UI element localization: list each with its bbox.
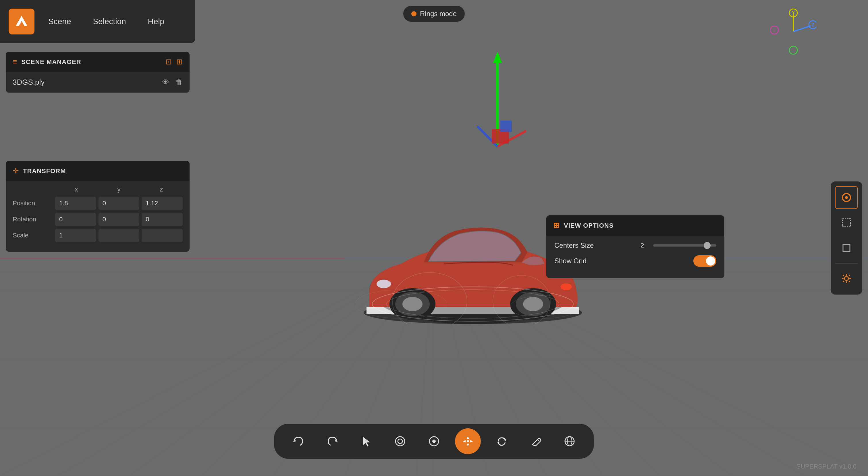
transform-col-y: y: [99, 186, 139, 193]
svg-rect-31: [500, 121, 512, 132]
scene-file-item: 3DGS.ply 👁 🗑: [6, 72, 190, 93]
transform-body: x y z Position Rotation Scale: [6, 181, 190, 252]
show-grid-toggle[interactable]: [693, 255, 716, 267]
scene-delete-button[interactable]: 🗑: [175, 78, 183, 87]
move-tool-button[interactable]: [455, 429, 481, 454]
undo-button[interactable]: [285, 429, 311, 454]
centers-size-slider[interactable]: [653, 244, 716, 247]
transform-position-y[interactable]: [98, 197, 140, 210]
scene-visibility-button[interactable]: 👁: [162, 78, 169, 87]
transform-header: ✛ TRANSFORM: [6, 161, 190, 181]
scene-file-name: 3DGS.ply: [13, 78, 44, 87]
scene-manager-actions: ⊡ ⊞: [165, 57, 183, 66]
logo-button[interactable]: [9, 9, 34, 34]
transform-scale-label: Scale: [13, 232, 53, 239]
ring-tool-button[interactable]: [387, 429, 413, 454]
svg-point-62: [844, 277, 848, 281]
centers-size-row: Centers Size 2: [554, 242, 716, 250]
edit-button[interactable]: [523, 429, 549, 454]
view-options-icon: ⊞: [553, 221, 560, 230]
svg-point-59: [845, 196, 848, 199]
svg-marker-64: [335, 439, 338, 442]
svg-text:X: X: [773, 28, 776, 32]
view-options-panel: ⊞ VIEW OPTIONS Centers Size 2 Show Grid: [546, 215, 724, 278]
scene-manager-title: ≡ SCENE MANAGER: [13, 57, 81, 66]
scene-gizmo: [469, 46, 526, 162]
version-label: SUPERSPLAT v1.0.0: [796, 463, 857, 470]
scene-export-button[interactable]: ⊞: [176, 57, 183, 66]
scene-manager-title-text: SCENE MANAGER: [21, 58, 81, 66]
scene-manager-header: ≡ SCENE MANAGER ⊡ ⊞: [6, 52, 190, 72]
toggle-knob: [706, 256, 715, 265]
svg-rect-61: [843, 245, 850, 252]
transform-rotation-z[interactable]: [142, 213, 183, 226]
svg-point-57: [789, 46, 797, 54]
right-toolbar: [831, 182, 862, 294]
transform-scale-row: Scale: [13, 229, 183, 242]
view-options-title-text: VIEW OPTIONS: [564, 222, 614, 229]
rings-mode-indicator: [411, 11, 416, 17]
globe-button[interactable]: [557, 429, 583, 454]
top-menu-bar: Scene Selection Help: [0, 0, 195, 43]
svg-point-37: [402, 297, 423, 311]
rings-mode-badge[interactable]: Rings mode: [403, 6, 465, 22]
scene-item-actions: 👁 🗑: [162, 78, 183, 87]
bottom-toolbar: [274, 424, 594, 459]
svg-marker-76: [497, 441, 499, 443]
transform-icon: ✛: [13, 166, 19, 176]
transform-col-z: z: [141, 186, 182, 193]
toolbar-settings-button[interactable]: [835, 267, 858, 290]
sphere-tool-button[interactable]: [421, 429, 447, 454]
transform-scale-x[interactable]: [55, 229, 96, 242]
transform-position-z[interactable]: [142, 197, 183, 210]
transform-rotation-x[interactable]: [55, 213, 96, 226]
toolbar-rings-button[interactable]: [835, 186, 858, 209]
refresh-button[interactable]: [489, 429, 515, 454]
svg-line-77: [537, 440, 538, 441]
transform-rotation-y[interactable]: [98, 213, 140, 226]
transform-panel: ✛ TRANSFORM x y z Position Rotation Scal…: [6, 161, 190, 252]
svg-point-69: [432, 440, 436, 443]
show-grid-row: Show Grid: [554, 255, 716, 267]
svg-marker-70: [467, 436, 469, 439]
view-options-body: Centers Size 2 Show Grid: [546, 236, 724, 278]
redo-button[interactable]: [319, 429, 345, 454]
view-options-header: ⊞ VIEW OPTIONS: [546, 215, 724, 236]
svg-point-42: [560, 283, 572, 290]
menu-help[interactable]: Help: [140, 12, 173, 31]
select-tool-button[interactable]: [353, 429, 379, 454]
axis-indicator: Y Z X: [770, 9, 816, 55]
svg-point-40: [523, 297, 543, 311]
transform-col-x: x: [56, 186, 96, 193]
rings-mode-label: Rings mode: [420, 10, 457, 18]
svg-marker-73: [470, 440, 473, 442]
transform-title: TRANSFORM: [23, 167, 66, 175]
toolbar-crop-button[interactable]: [835, 236, 858, 259]
svg-marker-65: [363, 437, 370, 446]
svg-marker-72: [463, 440, 466, 442]
transform-column-headers: x y z: [13, 186, 183, 193]
scene-manager-panel: ≡ SCENE MANAGER ⊡ ⊞ 3DGS.ply 👁 🗑: [6, 52, 190, 93]
transform-rotation-label: Rotation: [13, 216, 53, 223]
menu-scene[interactable]: Scene: [40, 12, 79, 31]
transform-scale-z[interactable]: [142, 229, 183, 242]
slider-thumb: [704, 242, 711, 249]
scene-manager-icon: ≡: [13, 57, 17, 66]
transform-position-row: Position: [13, 197, 183, 210]
svg-point-41: [377, 280, 391, 288]
toolbar-selection-button[interactable]: [835, 211, 858, 234]
view-options-title: ⊞ VIEW OPTIONS: [553, 221, 614, 230]
svg-text:Z: Z: [811, 22, 814, 27]
svg-text:Y: Y: [792, 10, 795, 15]
transform-rotation-row: Rotation: [13, 213, 183, 226]
menu-selection[interactable]: Selection: [85, 12, 134, 31]
transform-scale-y[interactable]: [98, 229, 140, 242]
svg-line-52: [793, 26, 811, 32]
scene-import-button[interactable]: ⊡: [165, 57, 172, 66]
centers-size-label: Centers Size: [554, 242, 594, 250]
svg-marker-75: [504, 440, 506, 441]
svg-marker-63: [293, 439, 296, 442]
svg-point-67: [398, 439, 402, 444]
transform-position-label: Position: [13, 199, 53, 207]
transform-position-x[interactable]: [55, 197, 96, 210]
